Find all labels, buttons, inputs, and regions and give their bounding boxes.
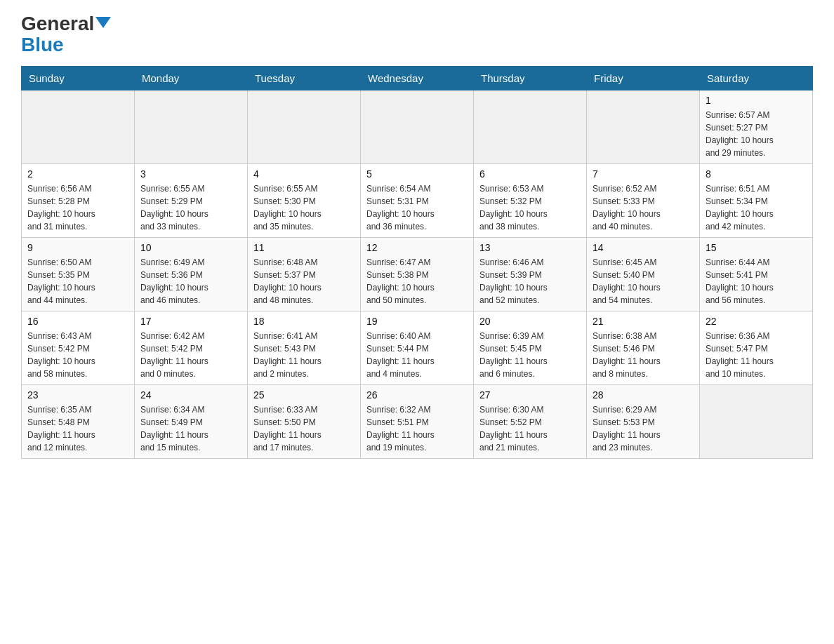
calendar-day-cell [587,90,700,164]
col-tuesday: Tuesday [248,67,361,90]
calendar-day-cell: 18Sunrise: 6:41 AM Sunset: 5:43 PM Dayli… [248,311,361,385]
calendar-day-cell: 23Sunrise: 6:35 AM Sunset: 5:48 PM Dayli… [22,385,135,459]
day-number: 25 [253,389,355,401]
calendar-day-cell: 3Sunrise: 6:55 AM Sunset: 5:29 PM Daylig… [135,164,248,238]
day-info: Sunrise: 6:36 AM Sunset: 5:47 PM Dayligh… [706,330,807,380]
day-number: 16 [27,316,128,327]
calendar-day-cell: 22Sunrise: 6:36 AM Sunset: 5:47 PM Dayli… [700,311,813,385]
calendar-day-cell: 25Sunrise: 6:33 AM Sunset: 5:50 PM Dayli… [248,385,361,459]
col-monday: Monday [135,67,248,90]
day-info: Sunrise: 6:43 AM Sunset: 5:42 PM Dayligh… [27,330,128,380]
calendar-day-cell [248,90,361,164]
day-info: Sunrise: 6:33 AM Sunset: 5:50 PM Dayligh… [253,403,355,454]
day-number: 3 [140,168,241,180]
page-header: General Blue [21,14,813,55]
calendar-day-cell: 4Sunrise: 6:55 AM Sunset: 5:30 PM Daylig… [248,164,361,238]
day-number: 23 [27,389,128,401]
calendar-week-row: 1Sunrise: 6:57 AM Sunset: 5:27 PM Daylig… [22,90,813,164]
calendar-day-cell: 10Sunrise: 6:49 AM Sunset: 5:36 PM Dayli… [135,238,248,311]
col-saturday: Saturday [700,67,813,90]
day-info: Sunrise: 6:35 AM Sunset: 5:48 PM Dayligh… [27,403,128,454]
calendar-week-row: 16Sunrise: 6:43 AM Sunset: 5:42 PM Dayli… [22,311,813,385]
day-info: Sunrise: 6:51 AM Sunset: 5:34 PM Dayligh… [706,182,807,233]
day-info: Sunrise: 6:42 AM Sunset: 5:42 PM Dayligh… [140,330,241,380]
day-info: Sunrise: 6:53 AM Sunset: 5:32 PM Dayligh… [479,182,581,233]
day-info: Sunrise: 6:39 AM Sunset: 5:45 PM Dayligh… [479,330,581,380]
calendar-day-cell: 17Sunrise: 6:42 AM Sunset: 5:42 PM Dayli… [135,311,248,385]
day-info: Sunrise: 6:48 AM Sunset: 5:37 PM Dayligh… [253,256,355,307]
calendar-day-cell: 24Sunrise: 6:34 AM Sunset: 5:49 PM Dayli… [135,385,248,459]
calendar-day-cell: 15Sunrise: 6:44 AM Sunset: 5:41 PM Dayli… [700,238,813,311]
calendar-day-cell: 13Sunrise: 6:46 AM Sunset: 5:39 PM Dayli… [474,238,587,311]
calendar-table: Sunday Monday Tuesday Wednesday Thursday… [21,66,813,459]
calendar-day-cell: 19Sunrise: 6:40 AM Sunset: 5:44 PM Dayli… [361,311,474,385]
day-number: 15 [706,242,807,253]
svg-marker-0 [95,17,111,28]
day-number: 6 [479,168,581,180]
day-number: 21 [593,316,694,327]
day-number: 10 [140,242,241,253]
col-thursday: Thursday [474,67,587,90]
calendar-day-cell [135,90,248,164]
day-number: 4 [253,168,355,180]
day-number: 19 [366,316,468,327]
day-number: 12 [366,242,468,253]
calendar-day-cell [474,90,587,164]
calendar-day-cell [22,90,135,164]
calendar-day-cell [361,90,474,164]
day-number: 22 [706,316,807,327]
calendar-day-cell: 27Sunrise: 6:30 AM Sunset: 5:52 PM Dayli… [474,385,587,459]
calendar-header-row: Sunday Monday Tuesday Wednesday Thursday… [22,67,813,90]
day-info: Sunrise: 6:40 AM Sunset: 5:44 PM Dayligh… [366,330,468,380]
day-number: 14 [593,242,694,253]
calendar-day-cell: 14Sunrise: 6:45 AM Sunset: 5:40 PM Dayli… [587,238,700,311]
calendar-day-cell: 8Sunrise: 6:51 AM Sunset: 5:34 PM Daylig… [700,164,813,238]
calendar-day-cell: 28Sunrise: 6:29 AM Sunset: 5:53 PM Dayli… [587,385,700,459]
day-info: Sunrise: 6:34 AM Sunset: 5:49 PM Dayligh… [140,403,241,454]
day-number: 9 [27,242,128,253]
calendar-day-cell: 9Sunrise: 6:50 AM Sunset: 5:35 PM Daylig… [22,238,135,311]
calendar-day-cell: 16Sunrise: 6:43 AM Sunset: 5:42 PM Dayli… [22,311,135,385]
calendar-day-cell: 6Sunrise: 6:53 AM Sunset: 5:32 PM Daylig… [474,164,587,238]
calendar-day-cell: 20Sunrise: 6:39 AM Sunset: 5:45 PM Dayli… [474,311,587,385]
day-number: 20 [479,316,581,327]
day-info: Sunrise: 6:44 AM Sunset: 5:41 PM Dayligh… [706,256,807,307]
calendar-day-cell: 7Sunrise: 6:52 AM Sunset: 5:33 PM Daylig… [587,164,700,238]
day-info: Sunrise: 6:54 AM Sunset: 5:31 PM Dayligh… [366,182,468,233]
day-info: Sunrise: 6:55 AM Sunset: 5:30 PM Dayligh… [253,182,355,233]
day-number: 8 [706,168,807,180]
day-info: Sunrise: 6:30 AM Sunset: 5:52 PM Dayligh… [479,403,581,454]
calendar-week-row: 9Sunrise: 6:50 AM Sunset: 5:35 PM Daylig… [22,238,813,311]
calendar-day-cell: 2Sunrise: 6:56 AM Sunset: 5:28 PM Daylig… [22,164,135,238]
day-number: 27 [479,389,581,401]
calendar-day-cell: 11Sunrise: 6:48 AM Sunset: 5:37 PM Dayli… [248,238,361,311]
day-info: Sunrise: 6:29 AM Sunset: 5:53 PM Dayligh… [593,403,694,454]
calendar-week-row: 23Sunrise: 6:35 AM Sunset: 5:48 PM Dayli… [22,385,813,459]
col-sunday: Sunday [22,67,135,90]
calendar-day-cell [700,385,813,459]
col-wednesday: Wednesday [361,67,474,90]
day-number: 7 [593,168,694,180]
day-number: 11 [253,242,355,253]
logo-blue-text: Blue [21,35,64,55]
day-number: 18 [253,316,355,327]
day-number: 1 [706,95,807,106]
calendar-day-cell: 26Sunrise: 6:32 AM Sunset: 5:51 PM Dayli… [361,385,474,459]
logo-arrow-icon [95,15,111,31]
day-info: Sunrise: 6:46 AM Sunset: 5:39 PM Dayligh… [479,256,581,307]
day-info: Sunrise: 6:45 AM Sunset: 5:40 PM Dayligh… [593,256,694,307]
calendar-day-cell: 1Sunrise: 6:57 AM Sunset: 5:27 PM Daylig… [700,90,813,164]
day-info: Sunrise: 6:41 AM Sunset: 5:43 PM Dayligh… [253,330,355,380]
day-info: Sunrise: 6:38 AM Sunset: 5:46 PM Dayligh… [593,330,694,380]
day-number: 26 [366,389,468,401]
day-number: 24 [140,389,241,401]
day-info: Sunrise: 6:52 AM Sunset: 5:33 PM Dayligh… [593,182,694,233]
day-number: 28 [593,389,694,401]
day-number: 17 [140,316,241,327]
calendar-week-row: 2Sunrise: 6:56 AM Sunset: 5:28 PM Daylig… [22,164,813,238]
day-info: Sunrise: 6:47 AM Sunset: 5:38 PM Dayligh… [366,256,468,307]
col-friday: Friday [587,67,700,90]
day-info: Sunrise: 6:55 AM Sunset: 5:29 PM Dayligh… [140,182,241,233]
day-info: Sunrise: 6:32 AM Sunset: 5:51 PM Dayligh… [366,403,468,454]
logo-general-text: General [21,14,94,34]
